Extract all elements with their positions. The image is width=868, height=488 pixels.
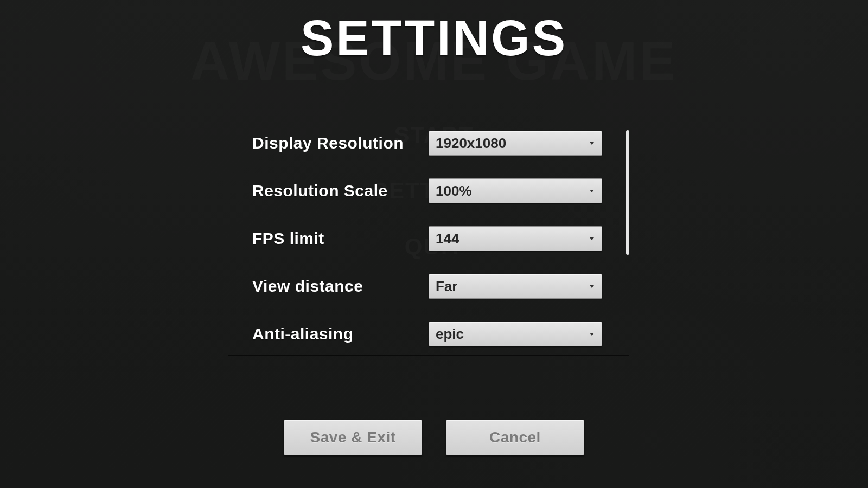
cancel-button[interactable]: Cancel (446, 420, 584, 455)
caret-down-icon (590, 285, 594, 288)
button-label: Save & Exit (310, 429, 395, 446)
caret-down-icon (590, 190, 594, 192)
setting-row-resolution-scale: Resolution Scale 100% (228, 178, 624, 204)
dropdown-value: 144 (436, 230, 459, 247)
setting-label: FPS limit (228, 229, 429, 248)
caret-down-icon (590, 237, 594, 240)
caret-down-icon (590, 333, 594, 336)
dropdown-view-distance[interactable]: Far (429, 274, 602, 299)
setting-row-display-resolution: Display Resolution 1920x1080 (228, 130, 624, 156)
setting-label: Resolution Scale (228, 182, 429, 200)
setting-row-anti-aliasing: Anti-aliasing epic (228, 321, 624, 347)
dropdown-value: Far (436, 278, 457, 295)
dropdown-anti-aliasing[interactable]: epic (429, 322, 602, 346)
dropdown-value: 100% (436, 183, 472, 200)
setting-label: View distance (228, 277, 429, 296)
setting-label: Anti-aliasing (228, 325, 429, 343)
dropdown-value: epic (436, 326, 464, 343)
setting-label: Display Resolution (228, 134, 429, 152)
save-exit-button[interactable]: Save & Exit (284, 420, 422, 455)
dropdown-fps-limit[interactable]: 144 (429, 226, 602, 251)
scrollbar-thumb[interactable] (626, 130, 629, 255)
setting-row-fps-limit: FPS limit 144 (228, 226, 624, 252)
dropdown-display-resolution[interactable]: 1920x1080 (429, 131, 602, 156)
dropdown-resolution-scale[interactable]: 100% (429, 178, 602, 203)
button-row: Save & Exit Cancel (0, 420, 868, 455)
scrollbar-track[interactable] (626, 130, 629, 355)
setting-row-view-distance: View distance Far (228, 273, 624, 299)
button-label: Cancel (489, 429, 541, 446)
settings-title: SETTINGS (0, 10, 868, 67)
caret-down-icon (590, 142, 594, 145)
dropdown-value: 1920x1080 (436, 135, 506, 152)
settings-list: Display Resolution 1920x1080 Resolution … (228, 130, 629, 347)
settings-panel: Display Resolution 1920x1080 Resolution … (228, 130, 629, 356)
